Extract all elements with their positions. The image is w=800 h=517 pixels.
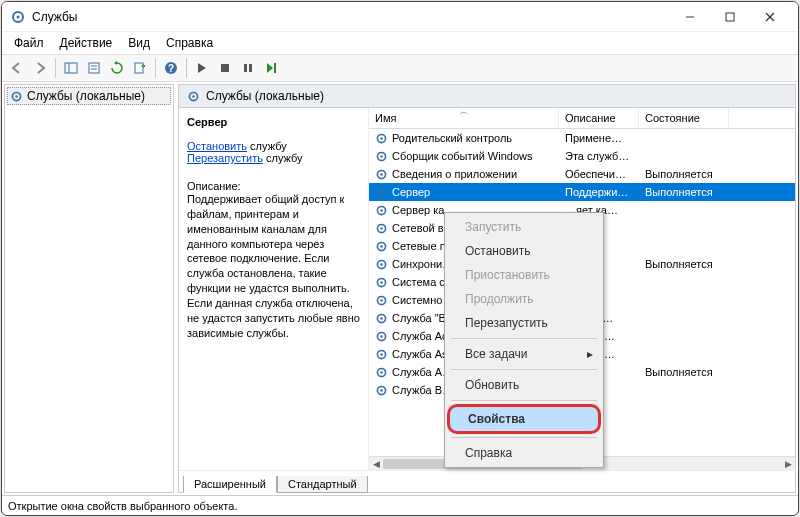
svg-point-19	[15, 95, 17, 97]
context-restart[interactable]: Перезапустить	[447, 311, 601, 335]
context-stop[interactable]: Остановить	[447, 239, 601, 263]
body: Службы (локальные) Службы (локальные) Се…	[2, 82, 798, 495]
svg-point-37	[380, 263, 382, 265]
column-name[interactable]: ︿ Имя	[369, 108, 559, 128]
context-pause[interactable]: Приостановить	[447, 263, 601, 287]
svg-rect-11	[135, 63, 143, 73]
table-row[interactable]: Родительский контрольПримене…	[369, 129, 795, 147]
column-description[interactable]: Описание	[559, 108, 639, 128]
service-desc-cell: Примене…	[559, 132, 639, 144]
restart-service-link[interactable]: Перезапустить	[187, 152, 263, 164]
context-all-tasks[interactable]: Все задачи ▸	[447, 342, 601, 366]
service-name-cell: Родительский контроль	[392, 132, 512, 144]
export-button[interactable]	[129, 57, 151, 79]
service-name-cell: Сведения о приложении	[392, 168, 517, 180]
svg-point-41	[380, 299, 382, 301]
context-resume[interactable]: Продолжить	[447, 287, 601, 311]
svg-point-31	[380, 209, 382, 211]
tree-root-node[interactable]: Службы (локальные)	[7, 87, 171, 105]
app-gear-icon	[10, 9, 26, 25]
svg-point-47	[380, 353, 382, 355]
gear-icon	[375, 240, 388, 253]
gear-icon	[187, 90, 200, 103]
selected-service-name: Сервер	[187, 116, 360, 128]
tab-extended[interactable]: Расширенный	[183, 476, 277, 493]
context-separator	[451, 400, 597, 401]
gear-icon	[375, 312, 388, 325]
statusbar: Открытие окна свойств выбранного объекта…	[2, 495, 798, 515]
svg-rect-8	[89, 63, 99, 73]
table-row[interactable]: СерверПоддержи…Выполняется	[369, 183, 795, 201]
svg-point-23	[380, 137, 382, 139]
context-refresh[interactable]: Обновить	[447, 373, 601, 397]
help-button[interactable]: ?	[160, 57, 182, 79]
refresh-button[interactable]	[106, 57, 128, 79]
gear-icon	[375, 258, 388, 271]
service-state-cell: Выполняется	[639, 168, 729, 180]
svg-point-35	[380, 245, 382, 247]
service-name-cell: Сборщик событий Windows	[392, 150, 533, 162]
gear-icon	[375, 222, 388, 235]
close-button[interactable]	[750, 2, 790, 32]
gear-icon	[375, 204, 388, 217]
start-service-button[interactable]	[191, 57, 213, 79]
svg-rect-14	[221, 64, 229, 72]
tree-pane: Службы (локальные)	[4, 84, 174, 493]
maximize-button[interactable]	[710, 2, 750, 32]
svg-text:?: ?	[168, 63, 174, 74]
stop-service-button[interactable]	[214, 57, 236, 79]
sort-indicator-icon: ︿	[460, 108, 468, 117]
menu-file[interactable]: Файл	[6, 34, 52, 52]
pause-service-button[interactable]	[237, 57, 259, 79]
gear-icon	[375, 132, 388, 145]
gear-icon	[375, 276, 388, 289]
svg-point-25	[380, 155, 382, 157]
svg-rect-3	[726, 13, 734, 21]
column-state[interactable]: Состояние	[639, 108, 729, 128]
toolbar: ?	[2, 54, 798, 82]
table-row[interactable]: Сведения о приложенииОбеспечи…Выполняетс…	[369, 165, 795, 183]
gear-icon	[375, 186, 388, 199]
table-row[interactable]: Сборщик событий WindowsЭта служб…	[369, 147, 795, 165]
context-separator	[451, 338, 597, 339]
menu-action[interactable]: Действие	[52, 34, 121, 52]
context-help[interactable]: Справка	[447, 441, 601, 465]
restart-service-link-row: Перезапустить службу	[187, 152, 360, 164]
service-desc-cell: Обеспечи…	[559, 168, 639, 180]
context-start[interactable]: Запустить	[447, 215, 601, 239]
context-separator	[451, 369, 597, 370]
properties-toolbar-button[interactable]	[83, 57, 105, 79]
gear-icon	[375, 150, 388, 163]
forward-button[interactable]	[29, 57, 51, 79]
svg-rect-6	[65, 63, 77, 73]
minimize-button[interactable]	[670, 2, 710, 32]
tab-standard[interactable]: Стандартный	[277, 476, 368, 493]
scroll-right-icon[interactable]: ▶	[781, 457, 795, 470]
svg-point-27	[380, 173, 382, 175]
svg-point-49	[380, 371, 382, 373]
svg-point-45	[380, 335, 382, 337]
context-separator	[451, 437, 597, 438]
menu-help[interactable]: Справка	[158, 34, 221, 52]
detail-pane: Сервер Остановить службу Перезапустить с…	[179, 108, 369, 470]
tree-root-label: Службы (локальные)	[27, 89, 145, 103]
svg-point-39	[380, 281, 382, 283]
svg-point-1	[17, 15, 20, 18]
scroll-left-icon[interactable]: ◀	[369, 457, 383, 470]
service-state-cell: Выполняется	[639, 186, 729, 198]
description-label: Описание:	[187, 180, 360, 192]
stop-service-link[interactable]: Остановить	[187, 140, 247, 152]
statusbar-text: Открытие окна свойств выбранного объекта…	[8, 500, 237, 512]
context-properties[interactable]: Свойства	[447, 404, 601, 434]
gear-icon	[375, 366, 388, 379]
show-hide-tree-button[interactable]	[60, 57, 82, 79]
restart-service-button[interactable]	[260, 57, 282, 79]
back-button[interactable]	[6, 57, 28, 79]
svg-rect-15	[244, 64, 247, 72]
service-desc-cell: Эта служб…	[559, 150, 639, 162]
pane-header-label: Службы (локальные)	[206, 89, 324, 103]
gear-icon	[375, 168, 388, 181]
stop-service-link-row: Остановить службу	[187, 140, 360, 152]
menu-view[interactable]: Вид	[120, 34, 158, 52]
svg-point-21	[192, 95, 194, 97]
